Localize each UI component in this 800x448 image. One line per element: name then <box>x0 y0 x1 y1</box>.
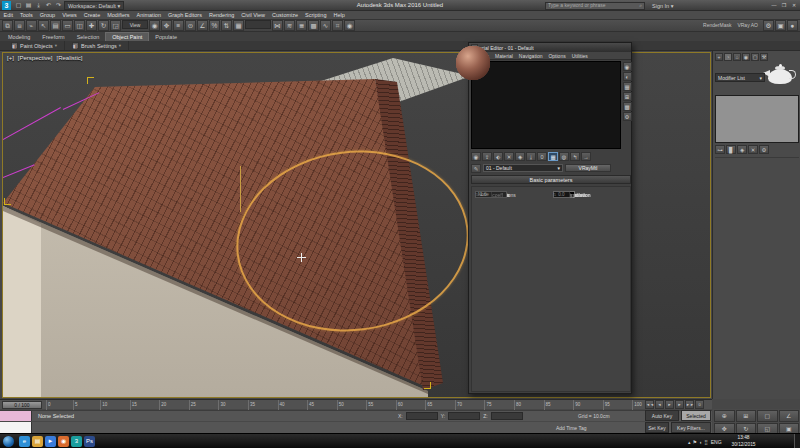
select-link-icon[interactable]: ⧉ <box>2 20 13 31</box>
material-id-channel-icon[interactable]: 0 <box>537 152 547 161</box>
search-input[interactable]: Type a keyword or phrase ⌕ <box>545 2 645 10</box>
menu-create[interactable]: Create <box>80 12 104 18</box>
material-name-dropdown[interactable]: 01 - Default▾ <box>483 164 563 172</box>
color-swatch[interactable] <box>553 191 575 198</box>
key-filters-button[interactable]: Key Filters... <box>671 422 711 433</box>
material-type-button[interactable]: VRayMtl <box>565 164 611 172</box>
menu-edit[interactable]: Edit <box>0 12 16 18</box>
menu-modifiers[interactable]: Modifiers <box>104 12 133 18</box>
material-options-icon[interactable]: ⚙ <box>623 112 632 121</box>
select-by-name-icon[interactable]: ▤ <box>50 20 61 31</box>
backlight-icon[interactable]: ◐ <box>623 72 632 81</box>
timeline-tick[interactable]: 55 <box>366 400 373 410</box>
modifier-list-dropdown[interactable]: Modifier List▾ <box>715 73 765 82</box>
make-unique-icon[interactable]: ◈ <box>737 145 747 154</box>
use-pivot-center-icon[interactable]: ◉ <box>149 20 160 31</box>
me-menu-utilities[interactable]: Utilities <box>569 53 591 59</box>
layer-manager-icon[interactable]: ≣ <box>296 20 307 31</box>
select-move-icon[interactable]: ✚ <box>86 20 97 31</box>
me-menu-material[interactable]: Material <box>492 53 516 59</box>
next-frame-icon[interactable]: ► <box>675 400 684 409</box>
photoshop-icon[interactable]: Ps <box>84 436 95 447</box>
coord-field[interactable] <box>491 412 523 420</box>
3dsmax-icon[interactable]: 3 <box>71 436 82 447</box>
network-icon[interactable]: ⣿ <box>704 439 708 445</box>
timeline-tick[interactable]: 45 <box>307 400 314 410</box>
menu-civil-view[interactable]: Civil View <box>238 12 269 18</box>
field-of-view-icon[interactable]: ∠ <box>779 410 800 422</box>
viewport-shading-menu[interactable]: [Realistic] <box>57 55 83 61</box>
current-frame-field[interactable]: 0 <box>695 400 704 409</box>
timeline-tick[interactable]: 0 <box>46 400 51 410</box>
named-selection-dropdown[interactable] <box>245 20 271 29</box>
internet-explorer-icon[interactable]: e <box>19 436 30 447</box>
timeline-tick[interactable]: 30 <box>218 400 225 410</box>
menu-customize[interactable]: Customize <box>269 12 302 18</box>
spinner-arrows[interactable]: ⇅ <box>475 192 479 197</box>
select-object-icon[interactable]: ↖ <box>38 20 49 31</box>
time-slider-bar[interactable]: 0 / 100 05101520253035404550556065707580… <box>0 399 712 409</box>
me-menu-navigation[interactable]: Navigation <box>516 53 546 59</box>
timeline-tick[interactable]: 20 <box>159 400 166 410</box>
selection-region-icon[interactable]: ▭ <box>62 20 73 31</box>
timeline-tick[interactable]: 70 <box>455 400 462 410</box>
sign-in-button[interactable]: Sign In ▾ <box>652 2 673 10</box>
reset-map-icon[interactable]: ✕ <box>504 152 514 161</box>
put-to-scene-icon[interactable]: ⇪ <box>482 152 492 161</box>
material-slot[interactable] <box>472 62 474 64</box>
viewport-general-menu[interactable]: [+] <box>7 55 14 61</box>
tray-expand-icon[interactable]: ▴ <box>688 439 691 445</box>
modifier-stack[interactable] <box>715 95 799 143</box>
firefox-icon[interactable]: ◉ <box>58 436 69 447</box>
motion-tab-icon[interactable]: ◉ <box>742 53 750 61</box>
render-label[interactable]: RenderMask <box>703 22 731 28</box>
bind-spacewarp-icon[interactable]: ⌁ <box>26 20 37 31</box>
auto-key-button[interactable]: Auto Key <box>645 410 679 421</box>
percent-snap-icon[interactable]: % <box>209 20 220 31</box>
zoom-extents-icon[interactable]: ▢ <box>757 410 778 422</box>
menu-tools[interactable]: Tools <box>16 12 36 18</box>
ribbon-tab-freeform[interactable]: Freeform <box>36 33 70 41</box>
viewport-pov-menu[interactable]: [Perspective] <box>18 55 53 61</box>
menu-views[interactable]: Views <box>59 12 81 18</box>
material-editor-titlebar[interactable]: Material Editor - 01 - Default ✕ <box>469 43 631 52</box>
key-mode-dropdown[interactable]: Selected <box>681 410 711 421</box>
menu-group[interactable]: Group <box>36 12 58 18</box>
ribbon-tab-object-paint[interactable]: Object Paint <box>105 32 149 41</box>
coord-field[interactable] <box>406 412 438 420</box>
material-editor-icon[interactable]: ◉ <box>344 20 355 31</box>
render-production-icon[interactable]: ● <box>787 20 798 31</box>
menu-animation[interactable]: Animation <box>133 12 164 18</box>
named-selection-sets-icon[interactable]: ▦ <box>233 20 244 31</box>
timeline-tick[interactable]: 10 <box>100 400 107 410</box>
show-end-result-icon[interactable]: ▊ <box>726 145 736 154</box>
select-manipulate-icon[interactable]: ✥ <box>161 20 172 31</box>
sample-tiling-icon[interactable]: ⊞ <box>623 92 632 101</box>
put-to-library-icon[interactable]: ⤓ <box>526 152 536 161</box>
configure-modifier-sets-icon[interactable]: ⚙ <box>759 145 769 154</box>
timeline-tick[interactable]: 100 <box>632 400 642 410</box>
play-icon[interactable]: ► <box>665 400 674 409</box>
display-tab-icon[interactable]: ▢ <box>751 53 759 61</box>
zoom-all-icon[interactable]: ⊞ <box>736 410 757 422</box>
ribbon-panel-brush-settings[interactable]: ◧Brush Settings▾ <box>65 41 129 50</box>
make-unique-icon[interactable]: ◈ <box>515 152 525 161</box>
modify-tab-icon[interactable]: ◔ <box>724 53 732 61</box>
clock[interactable]: 13:48 30/12/2015 <box>725 435 763 448</box>
media-player-icon[interactable]: ► <box>45 436 56 447</box>
keyboard-override-icon[interactable]: ≡ <box>173 20 184 31</box>
get-material-icon[interactable]: ◉ <box>471 152 481 161</box>
sample-type-icon[interactable]: ◉ <box>623 62 632 71</box>
assign-to-selection-icon[interactable]: ⬖ <box>493 152 503 161</box>
go-to-parent-icon[interactable]: ↰ <box>570 152 580 161</box>
ribbon-tab-selection[interactable]: Selection <box>71 33 106 41</box>
unlink-selection-icon[interactable]: ⧈ <box>14 20 25 31</box>
show-end-result-icon[interactable]: ◍ <box>559 152 569 161</box>
hierarchy-tab-icon[interactable]: ⌂ <box>733 53 741 61</box>
render-label[interactable]: VRay AO <box>737 22 758 28</box>
timeline-tick[interactable]: 50 <box>337 400 344 410</box>
menu-scripting[interactable]: Scripting <box>302 12 330 18</box>
show-in-viewport-icon[interactable]: ▦ <box>548 152 558 161</box>
timeline-tick[interactable]: 85 <box>544 400 551 410</box>
volume-icon[interactable]: ◖ <box>699 439 702 445</box>
